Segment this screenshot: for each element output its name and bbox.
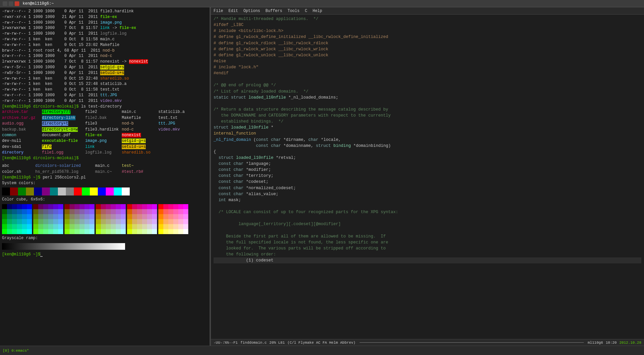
terminal-pane[interactable]: -rw-r--r-- 2 1000 1000 0 Apr 11 2011 fil… — [0, 7, 210, 346]
status-position: 20% L81 — [269, 341, 285, 345]
ls-grid: archive.tar archive.tar.gz audio.ogg bac… — [2, 109, 208, 156]
window-title: ken@ml110g6:~ — [23, 1, 54, 6]
final-prompt: [ken@ml110g6 ~]$█ — [2, 252, 208, 257]
main-content: -rw-r--r-- 2 1000 1000 0 Apr 11 2011 fil… — [0, 7, 644, 346]
system-color-swatch — [82, 187, 90, 195]
system-color-swatch — [122, 187, 130, 195]
color-cube — [2, 204, 208, 234]
file-line: -rw-r--r-- 1 1000 1000 0 Apr 11 2011 ima… — [2, 20, 208, 26]
file-line: -rw-r--r-- 1 1000 1000 0 Apr 11 2011 vid… — [2, 98, 208, 104]
minimize-button[interactable] — [3, 1, 7, 6]
system-color-swatch — [106, 187, 114, 195]
title-bar-buttons — [3, 1, 19, 6]
perl-prompt: [ken@ml110g6 ~]$ perl 256colors2.pl — [2, 175, 208, 180]
file-line: -rw-rw-r-- 1 ken ken 0 Oct 8 11:58 test.… — [2, 87, 208, 93]
system-color-swatch — [10, 187, 18, 195]
system-color-swatch — [34, 187, 42, 195]
color-cube-block — [127, 204, 157, 234]
maximize-button[interactable] — [9, 1, 13, 6]
file-line: lrwxrwxrwx 1 1000 1000 7 Oct 8 11:57 non… — [2, 59, 208, 65]
color-cube-block — [96, 204, 126, 234]
prompt-line-2: [ken@ml110g6 dircolors-molokai]$ — [2, 156, 208, 161]
file-line: -rw-r--r-- 2 1000 1000 0 Apr 11 2011 fil… — [2, 9, 208, 14]
system-color-swatch — [90, 187, 98, 195]
status-filename: finddomain.c — [241, 341, 267, 345]
file-line: -rw-rw-r-- 1 ken ken 0 Oct 8 11:58 main.… — [2, 37, 208, 42]
status-date: 2012.10.28 — [619, 341, 641, 345]
status-modes: (C/l Flymake AC FA Helm Abbrev) — [287, 341, 356, 345]
menu-edit[interactable]: Edit — [229, 9, 238, 13]
file-line: -rwxr-xr-x 1 1000 1000 21 Apr 11 2011 fi… — [2, 14, 208, 20]
color-cube-block — [65, 204, 94, 234]
system-color-swatch — [2, 187, 10, 195]
menu-c[interactable]: C — [305, 9, 307, 13]
menu-buffers[interactable]: Buffers — [265, 9, 282, 13]
color-cube-label: Color cube, 6x6x6: — [2, 197, 208, 202]
system-color-swatch — [50, 187, 58, 195]
main-window: ken@ml110g6:~ -rw-r--r-- 2 1000 1000 0 A… — [0, 0, 644, 355]
file-line: -rw-r-Sr-- 1 1000 1000 0 Apr 11 2011 set… — [2, 65, 208, 70]
status-mode: -UU-:%%--F1 — [214, 341, 238, 345]
title-bar: ken@ml110g6:~ — [0, 0, 644, 7]
menu-file[interactable]: File — [214, 9, 223, 13]
menu-options[interactable]: Options — [243, 9, 260, 13]
file-line: -rw-r--r-- 1 1000 1000 0 Apr 11 2011 ttt… — [2, 93, 208, 98]
system-color-swatch — [26, 187, 34, 195]
status-time: 10:20 — [606, 341, 617, 345]
close-button[interactable] — [15, 1, 19, 6]
home-ls: abc color.sh dircolors-solarized hs_err_… — [2, 163, 208, 175]
file-line: lrwxrwxrwx 1 1000 1000 7 Oct 8 11:57 lin… — [2, 25, 208, 31]
system-color-swatch — [66, 187, 74, 195]
system-color-swatches — [2, 187, 208, 195]
taskbar: [0] 0:emacs* — [0, 346, 644, 355]
prompt-line: [ken@ml110g6 dircolors-molokai]$ ls test… — [2, 104, 208, 110]
menu-tools[interactable]: Tools — [287, 9, 299, 13]
system-color-swatch — [42, 187, 50, 195]
system-color-swatch — [74, 187, 82, 195]
file-line: brw-r--r-- 1 root root 4, 68 Apr 11 2011… — [2, 48, 208, 54]
editor-statusbar: -UU-:%%--F1 finddomain.c 20% L81 (C/l Fl… — [211, 339, 644, 346]
color-cube-block — [2, 204, 32, 234]
system-color-swatch — [114, 187, 122, 195]
file-line: crw-r--r-- 1 1000 1000 0 Apr 11 2011 nod… — [2, 53, 208, 59]
menu-help[interactable]: Help — [313, 9, 322, 13]
editor-content[interactable]: /* Handle multi-threaded applications. *… — [211, 15, 644, 339]
system-color-swatch — [98, 187, 106, 195]
file-line: -rw-rw-r-- 1 1000 1000 0 Apr 11 2011 log… — [2, 31, 208, 37]
editor-menubar: File Edit Options Buffers Tools C Help — [211, 7, 644, 15]
system-color-swatch — [18, 187, 26, 195]
editor-pane: File Edit Options Buffers Tools C Help /… — [211, 7, 644, 346]
file-line: -rw-rw-r-- 1 ken ken 0 Oct 15 22:48 shar… — [2, 76, 208, 82]
color-cube-block — [158, 204, 188, 234]
file-line: -rw-rw-r-- 1 ken ken 0 Oct 15 22:48 stat… — [2, 81, 208, 87]
file-line: -rw-rw-r-- 1 ken ken 0 Oct 15 23:02 Make… — [2, 42, 208, 48]
file-line: -rwSr-Sr-- 1 1000 1000 0 Apr 11 2011 set… — [2, 70, 208, 76]
grayscale-label: Grayscale ramp: — [2, 235, 208, 241]
system-colors-label: System colors: — [2, 180, 208, 186]
color-cube-block — [33, 204, 63, 234]
status-hostname: ml110g6 — [588, 341, 603, 345]
grayscale-bar — [2, 243, 125, 250]
taskbar-item[interactable]: [0] 0:emacs* — [3, 349, 29, 353]
system-color-swatch — [58, 187, 66, 195]
